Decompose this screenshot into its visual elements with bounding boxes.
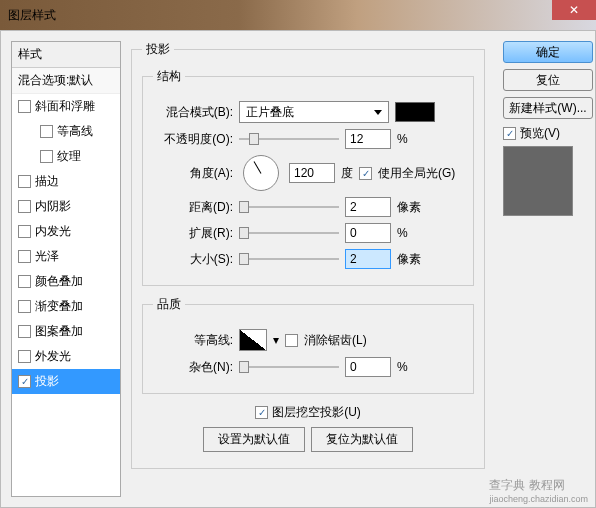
structure-legend: 结构 xyxy=(153,68,185,85)
angle-unit: 度 xyxy=(341,165,353,182)
style-item-label: 图案叠加 xyxy=(35,323,83,340)
preview-checkbox[interactable]: ✓ xyxy=(503,127,516,140)
style-item-checkbox[interactable] xyxy=(18,175,31,188)
style-item-label: 光泽 xyxy=(35,248,59,265)
style-item-label: 颜色叠加 xyxy=(35,273,83,290)
style-item-checkbox[interactable] xyxy=(18,100,31,113)
make-default-button[interactable]: 设置为默认值 xyxy=(203,427,305,452)
reset-default-button[interactable]: 复位为默认值 xyxy=(311,427,413,452)
size-unit: 像素 xyxy=(397,251,427,268)
style-item[interactable]: 斜面和浮雕 xyxy=(12,94,120,119)
style-item-label: 投影 xyxy=(35,373,59,390)
style-item-label: 等高线 xyxy=(57,123,93,140)
size-label: 大小(S): xyxy=(153,251,233,268)
style-item[interactable]: 图案叠加 xyxy=(12,319,120,344)
style-item[interactable]: 描边 xyxy=(12,169,120,194)
chevron-down-icon[interactable]: ▾ xyxy=(273,333,279,347)
spread-input[interactable]: 0 xyxy=(345,223,391,243)
angle-dial[interactable] xyxy=(243,155,279,191)
style-item-checkbox[interactable] xyxy=(40,125,53,138)
style-item-label: 内发光 xyxy=(35,223,71,240)
style-item[interactable]: 渐变叠加 xyxy=(12,294,120,319)
style-list: 样式 混合选项:默认 斜面和浮雕等高线纹理描边内阴影内发光光泽颜色叠加渐变叠加图… xyxy=(11,41,121,497)
style-item-checkbox[interactable]: ✓ xyxy=(18,375,31,388)
style-item-checkbox[interactable] xyxy=(18,300,31,313)
distance-unit: 像素 xyxy=(397,199,427,216)
style-item[interactable]: 颜色叠加 xyxy=(12,269,120,294)
style-item[interactable]: ✓投影 xyxy=(12,369,120,394)
right-panel: 确定 复位 新建样式(W)... ✓ 预览(V) xyxy=(495,31,595,507)
blend-mode-value: 正片叠底 xyxy=(246,104,294,121)
style-item-label: 渐变叠加 xyxy=(35,298,83,315)
style-item[interactable]: 纹理 xyxy=(12,144,120,169)
content-panel: 投影 结构 混合模式(B): 正片叠底 不透明度(O): 12 % xyxy=(121,31,495,507)
opacity-label: 不透明度(O): xyxy=(153,131,233,148)
noise-unit: % xyxy=(397,360,427,374)
spread-unit: % xyxy=(397,226,427,240)
panel-title: 投影 xyxy=(142,41,174,58)
size-slider[interactable] xyxy=(239,253,339,265)
ok-button[interactable]: 确定 xyxy=(503,41,593,63)
style-item[interactable]: 光泽 xyxy=(12,244,120,269)
opacity-unit: % xyxy=(397,132,427,146)
global-light-checkbox[interactable]: ✓ xyxy=(359,167,372,180)
blend-options[interactable]: 混合选项:默认 xyxy=(12,68,120,94)
style-item[interactable]: 内阴影 xyxy=(12,194,120,219)
style-item-checkbox[interactable] xyxy=(18,275,31,288)
style-item-checkbox[interactable] xyxy=(18,225,31,238)
global-light-label: 使用全局光(G) xyxy=(378,165,455,182)
opacity-input[interactable]: 12 xyxy=(345,129,391,149)
chevron-down-icon xyxy=(374,110,382,115)
style-item-checkbox[interactable] xyxy=(40,150,53,163)
style-item-checkbox[interactable] xyxy=(18,250,31,263)
preview-label: 预览(V) xyxy=(520,125,560,142)
style-item[interactable]: 等高线 xyxy=(12,119,120,144)
style-item-label: 纹理 xyxy=(57,148,81,165)
quality-legend: 品质 xyxy=(153,296,185,313)
style-item-checkbox[interactable] xyxy=(18,325,31,338)
knockout-label: 图层挖空投影(U) xyxy=(272,404,361,421)
noise-slider[interactable] xyxy=(239,361,339,373)
style-item-label: 斜面和浮雕 xyxy=(35,98,95,115)
style-item-label: 描边 xyxy=(35,173,59,190)
angle-input[interactable]: 120 xyxy=(289,163,335,183)
contour-label: 等高线: xyxy=(153,332,233,349)
style-item-label: 外发光 xyxy=(35,348,71,365)
watermark: 查字典 教程网 jiaocheng.chazidian.com xyxy=(489,477,588,504)
style-item-label: 内阴影 xyxy=(35,198,71,215)
close-button[interactable]: ✕ xyxy=(552,0,596,20)
main-fieldset: 投影 结构 混合模式(B): 正片叠底 不透明度(O): 12 % xyxy=(131,41,485,469)
quality-fieldset: 品质 等高线: ▾ 消除锯齿(L) 杂色(N): 0 % xyxy=(142,296,474,394)
spread-slider[interactable] xyxy=(239,227,339,239)
style-list-header: 样式 xyxy=(12,42,120,68)
antialias-checkbox[interactable] xyxy=(285,334,298,347)
style-item[interactable]: 内发光 xyxy=(12,219,120,244)
blend-mode-select[interactable]: 正片叠底 xyxy=(239,101,389,123)
angle-label: 角度(A): xyxy=(153,165,233,182)
contour-picker[interactable] xyxy=(239,329,267,351)
knockout-checkbox[interactable]: ✓ xyxy=(255,406,268,419)
style-item-checkbox[interactable] xyxy=(18,200,31,213)
distance-slider[interactable] xyxy=(239,201,339,213)
opacity-slider[interactable] xyxy=(239,133,339,145)
style-item-checkbox[interactable] xyxy=(18,350,31,363)
cancel-button[interactable]: 复位 xyxy=(503,69,593,91)
noise-label: 杂色(N): xyxy=(153,359,233,376)
antialias-label: 消除锯齿(L) xyxy=(304,332,367,349)
noise-input[interactable]: 0 xyxy=(345,357,391,377)
style-item[interactable]: 外发光 xyxy=(12,344,120,369)
close-icon: ✕ xyxy=(569,3,579,17)
distance-label: 距离(D): xyxy=(153,199,233,216)
structure-fieldset: 结构 混合模式(B): 正片叠底 不透明度(O): 12 % 角度(A) xyxy=(142,68,474,286)
preview-box xyxy=(503,146,573,216)
blend-mode-label: 混合模式(B): xyxy=(153,104,233,121)
window-title: 图层样式 xyxy=(8,7,56,24)
main: 样式 混合选项:默认 斜面和浮雕等高线纹理描边内阴影内发光光泽颜色叠加渐变叠加图… xyxy=(0,30,596,508)
spread-label: 扩展(R): xyxy=(153,225,233,242)
color-swatch[interactable] xyxy=(395,102,435,122)
size-input[interactable]: 2 xyxy=(345,249,391,269)
distance-input[interactable]: 2 xyxy=(345,197,391,217)
new-style-button[interactable]: 新建样式(W)... xyxy=(503,97,593,119)
titlebar: 图层样式 ✕ xyxy=(0,0,596,30)
